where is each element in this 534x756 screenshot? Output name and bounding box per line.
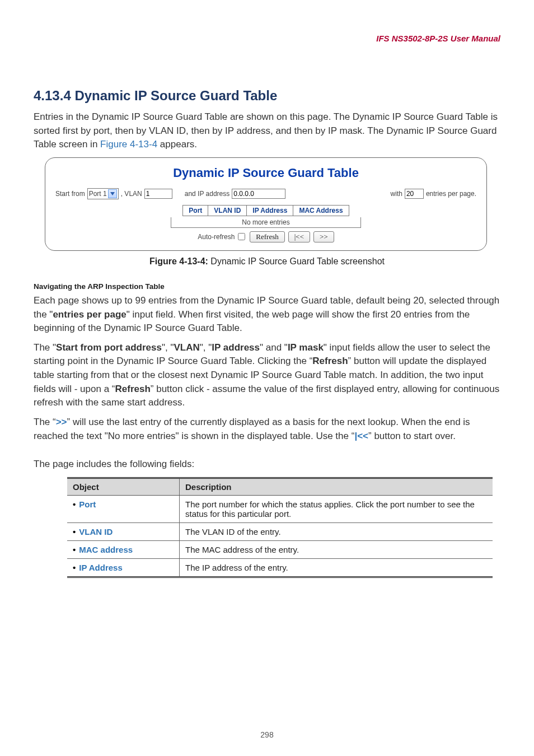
entries-input[interactable] — [405, 189, 424, 199]
nav-heading: Navigating the ARP Inspection Table — [34, 282, 500, 291]
auto-refresh-label: Auto-refresh — [198, 233, 235, 241]
col-object: Object — [67, 478, 180, 495]
next-page-button[interactable]: >> — [313, 231, 334, 242]
entries-per-page-label: entries per page. — [426, 190, 476, 198]
page-number: 298 — [0, 730, 534, 739]
start-from-label: Start from — [55, 190, 85, 198]
next-symbol: >> — [56, 417, 67, 427]
fields-table: Object Description •Port The port number… — [67, 477, 493, 578]
intro-paragraph: Entries in the Dynamic IP Source Guard T… — [34, 110, 500, 152]
col-mac: MAC Address — [293, 205, 349, 216]
nav-paragraph-1: Each page shows up to 99 entries from th… — [34, 294, 500, 335]
figure-caption-number: Figure 4-13-4: — [149, 256, 208, 266]
figure-caption-text: Dynamic IP Source Guard Table screenshot — [208, 256, 385, 266]
table-row: •Port The port number for which the stat… — [67, 495, 493, 522]
fields-intro: The page includes the following fields: — [34, 458, 500, 472]
first-symbol: |<< — [354, 431, 368, 441]
col-ip: IP Address — [247, 205, 293, 216]
filter-row: Start from Port 1 , VLAN and IP address … — [55, 188, 476, 199]
table-row: •MAC address The MAC address of the entr… — [67, 540, 493, 558]
vlan-input[interactable] — [144, 189, 172, 199]
table-row: •IP Address The IP address of the entry. — [67, 558, 493, 577]
table-row: •VLAN ID The VLAN ID of the entry. — [67, 522, 493, 540]
ip-label: and IP address — [185, 190, 230, 198]
button-row: Auto-refresh Refresh |<< >> — [55, 231, 476, 242]
port-select[interactable]: Port 1 — [87, 188, 119, 199]
figure-caption: Figure 4-13-4: Dynamic IP Source Guard T… — [34, 256, 500, 267]
figure-title: Dynamic IP Source Guard Table — [55, 166, 476, 180]
vlan-label: , VLAN — [121, 190, 142, 198]
source-guard-table: Port VLAN ID IP Address MAC Address — [182, 205, 349, 216]
ip-input[interactable] — [232, 189, 285, 199]
first-page-button[interactable]: |<< — [288, 231, 310, 242]
figure-reference: Figure 4-13-4 — [100, 139, 157, 150]
port-select-value: Port 1 — [89, 190, 107, 198]
chevron-down-icon — [108, 189, 117, 198]
section-heading: 4.13.4 Dynamic IP Source Guard Table — [34, 88, 500, 104]
col-vlan: VLAN ID — [208, 205, 247, 216]
nav-paragraph-2: The "Start from port address", "VLAN", "… — [34, 341, 500, 410]
intro-text-b: appears. — [157, 139, 197, 150]
refresh-button[interactable]: Refresh — [250, 231, 284, 242]
col-description: Description — [180, 478, 493, 495]
nav-paragraph-3: The “>>” will use the last entry of the … — [34, 416, 500, 443]
col-port: Port — [183, 205, 208, 216]
auto-refresh-checkbox[interactable] — [238, 233, 245, 240]
no-entries-row: No more entries — [171, 217, 361, 228]
running-header: IFS NS3502-8P-2S User Manual — [34, 34, 500, 43]
figure-panel: Dynamic IP Source Guard Table Start from… — [45, 157, 487, 251]
with-label: with — [391, 190, 402, 198]
